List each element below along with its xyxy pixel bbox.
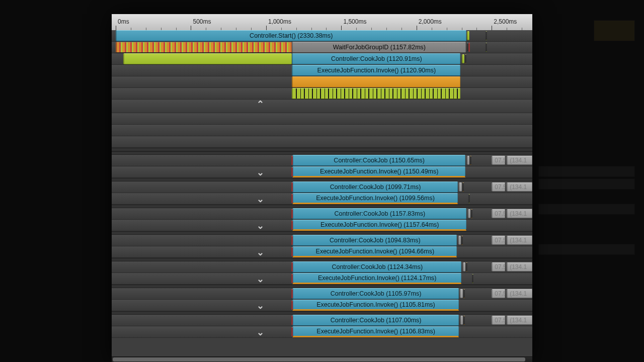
bar-cookjob[interactable]: Controller:CookJob (1094.83ms) xyxy=(292,235,457,246)
bar-post-gray[interactable] xyxy=(459,183,461,192)
bar-post-gray[interactable] xyxy=(468,209,470,218)
bar-lime-solid[interactable] xyxy=(123,53,292,64)
expand-down-icon[interactable]: ⌄ xyxy=(257,167,264,178)
bar-tailcell: 07.5 xyxy=(492,316,505,325)
bar-tail-lime[interactable] xyxy=(467,31,469,40)
bar-prefix-red[interactable] xyxy=(291,262,293,272)
bar-post-orange[interactable] xyxy=(466,262,467,272)
bar-tailcell: (134.1 xyxy=(507,156,532,165)
bar-post-gray[interactable] xyxy=(458,236,461,245)
bar-prefix-red[interactable] xyxy=(291,167,293,176)
bar-prefix-red[interactable] xyxy=(291,316,293,325)
horizontal-scrollbar[interactable] xyxy=(112,356,532,362)
expand-down-icon[interactable]: ⌄ xyxy=(257,327,264,338)
bar-cookjob[interactable]: Controller:CookJob (1150.65ms) xyxy=(292,155,465,166)
bar-prefix-red[interactable] xyxy=(291,247,293,256)
bar-post-lime[interactable] xyxy=(472,274,473,283)
ruler-tick: 1,500ms xyxy=(341,14,364,30)
bar-prefix-red[interactable] xyxy=(291,289,293,298)
bar-tail[interactable] xyxy=(465,54,466,63)
expand-down-icon[interactable]: ⌄ xyxy=(257,300,264,311)
profiler-panel[interactable]: 0ms500ms1,000ms1,500ms2,000ms2,500ms Con… xyxy=(112,14,532,362)
collapse-up-icon[interactable]: ⌄ xyxy=(257,98,264,109)
bar-post-gray[interactable] xyxy=(467,156,469,165)
ruler-tick: 2,500ms xyxy=(492,14,515,30)
bar-post-orange[interactable] xyxy=(463,316,465,325)
bar-prefix-red[interactable] xyxy=(291,209,293,218)
bar-tailcell: (134.1 xyxy=(507,183,532,192)
bar-exec[interactable]: ExecuteJobFunction.Invoke() (1105.81ms) xyxy=(292,300,459,311)
bar-post-gray[interactable] xyxy=(463,262,465,272)
bar-controller-start[interactable]: Controller.Start() (2330.38ms) xyxy=(116,30,466,41)
expand-down-icon[interactable]: ⌄ xyxy=(257,274,264,285)
bar-mixed-stripes[interactable] xyxy=(116,42,292,53)
bar-post-orange[interactable] xyxy=(463,289,465,298)
bar-exec[interactable]: ExecuteJobFunction.Invoke() (1150.49ms) xyxy=(292,166,465,177)
bar-exec-main[interactable]: ExecuteJobFunction.Invoke() (1120.90ms) xyxy=(292,65,460,76)
bar-exec[interactable]: ExecuteJobFunction.Invoke() (1099.56ms) xyxy=(292,193,458,204)
bar-tail-lime3[interactable] xyxy=(486,43,487,52)
bar-tailcell: (134.1 xyxy=(507,262,532,272)
bar-prefix-red[interactable] xyxy=(291,221,293,230)
bar-prefix-red[interactable] xyxy=(291,194,293,203)
bar-post-gray[interactable] xyxy=(460,289,462,298)
bar-cookjob[interactable]: Controller:CookJob (1099.71ms) xyxy=(292,182,458,193)
bar-cookjob[interactable]: Controller:CookJob (1124.34ms) xyxy=(292,261,461,273)
bar-tail[interactable] xyxy=(462,54,465,63)
bar-exec[interactable]: ExecuteJobFunction.Invoke() (1157.64ms) xyxy=(292,220,466,231)
bar-tailcell: (134.1 xyxy=(507,209,532,218)
bar-prefix-red[interactable] xyxy=(291,327,293,336)
bar-orange-block[interactable] xyxy=(292,76,460,87)
bar-tail-red[interactable] xyxy=(468,43,470,52)
expand-down-icon[interactable]: ⌄ xyxy=(257,220,264,231)
expand-down-icon[interactable]: ⌄ xyxy=(257,247,264,258)
bar-tailcell: (134.1 xyxy=(507,236,532,245)
timeline-ruler[interactable]: 0ms500ms1,000ms1,500ms2,000ms2,500ms xyxy=(112,14,532,31)
bar-cookjob[interactable]: Controller:CookJob (1105.97ms) xyxy=(292,288,459,299)
bar-cookjob-main[interactable]: Controller:CookJob (1120.91ms) xyxy=(292,53,460,64)
bar-post-orange[interactable] xyxy=(471,209,472,218)
bar-wait-jobgroup[interactable]: WaitForJobGroupID (1157.82ms) xyxy=(292,42,466,53)
bar-tailcell: 07.5 xyxy=(492,236,505,245)
bar-post-gray[interactable] xyxy=(460,316,463,325)
bar-tailcell: (134.1 xyxy=(507,316,532,325)
ruler-tick: 0ms xyxy=(116,14,127,30)
bar-prefix-red[interactable] xyxy=(291,301,293,310)
bar-prefix-red[interactable] xyxy=(291,183,293,192)
bar-tailcell: 07.5 xyxy=(492,289,505,298)
bar-prefix-red[interactable] xyxy=(291,236,293,245)
bar-tailcell: 07.5 xyxy=(492,183,505,192)
bar-tailcell: 07.5 xyxy=(492,209,505,218)
bar-post-lime[interactable] xyxy=(468,194,470,203)
bar-cookjob[interactable]: Controller:CookJob (1107.00ms) xyxy=(292,315,459,326)
bar-tailcell: 07.5 xyxy=(492,262,505,272)
bar-post-orange[interactable] xyxy=(462,183,464,192)
bar-post-orange[interactable] xyxy=(461,236,463,245)
timeline-tracks[interactable]: Controller.Start() (2330.38ms)WaitForJob… xyxy=(112,30,532,357)
bar-tailcell: 07.5 xyxy=(492,156,505,165)
bar-prefix-red[interactable] xyxy=(291,156,293,165)
ruler-tick: 1,000ms xyxy=(266,14,289,30)
scrollbar-thumb[interactable] xyxy=(113,357,525,361)
bar-exec[interactable]: ExecuteJobFunction.Invoke() (1094.66ms) xyxy=(292,246,457,257)
bar-cookjob[interactable]: Controller:CookJob (1157.83ms) xyxy=(292,208,466,219)
bar-exec[interactable]: ExecuteJobFunction.Invoke() (1106.83ms) xyxy=(292,326,459,337)
bar-tail-lime2[interactable] xyxy=(486,31,487,40)
bar-exec[interactable]: ExecuteJobFunction.Invoke() (1124.17ms) xyxy=(292,273,461,284)
expand-down-icon[interactable]: ⌄ xyxy=(257,194,264,205)
bar-tailcell: (134.1 xyxy=(507,289,532,298)
ruler-tick: 2,000ms xyxy=(417,14,440,30)
bar-prefix-red[interactable] xyxy=(291,274,293,283)
bar-lime-stripes[interactable] xyxy=(292,88,460,99)
bar-post-orange[interactable] xyxy=(470,156,471,165)
